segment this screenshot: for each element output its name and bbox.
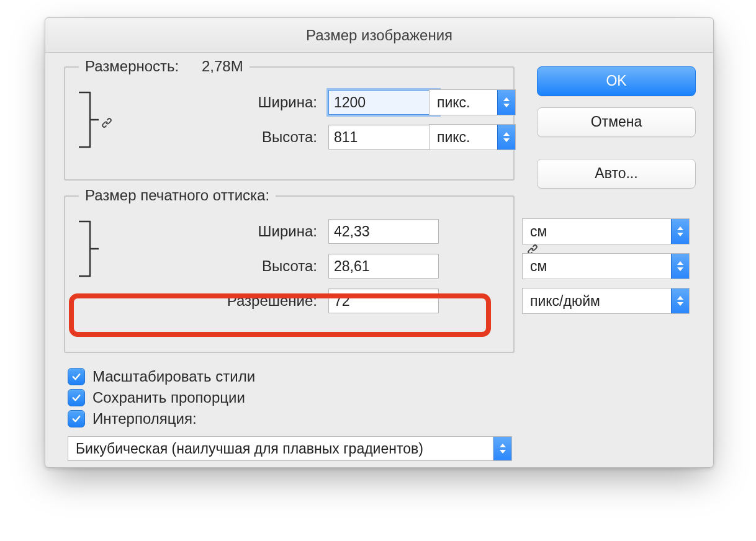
checkbox-checked-icon <box>68 410 85 427</box>
px-width-label: Ширина: <box>209 94 321 111</box>
px-width-unit-value: пикс. <box>437 94 470 111</box>
updown-arrows-icon <box>497 125 515 150</box>
link-bracket <box>78 220 202 277</box>
dialog-button-column: OK Отмена Авто... <box>537 66 695 210</box>
print-size-legend: Размер печатного оттиска: <box>79 187 276 204</box>
doc-width-unit-select[interactable]: см <box>522 218 690 244</box>
updown-arrows-icon <box>493 437 511 460</box>
doc-height-unit-select[interactable]: см <box>522 253 690 279</box>
pixel-dimensions-group: Размерность: 2,78M Ширина: 1200 пикс. <box>64 66 515 181</box>
doc-height-input[interactable]: 28,61 <box>328 254 439 279</box>
doc-height-label: Высота: <box>209 257 321 275</box>
doc-width-unit-value: см <box>530 223 547 240</box>
pixel-dimensions-legend: Размерность: 2,78M <box>79 58 250 75</box>
doc-height-unit-value: см <box>530 258 547 275</box>
doc-width-label: Ширина: <box>209 223 321 240</box>
image-size-dialog: Размер изображения OK Отмена Авто... Раз… <box>45 17 714 468</box>
scale-styles-label: Масштабировать стили <box>92 368 255 385</box>
updown-arrows-icon <box>671 288 689 313</box>
px-height-label: Высота: <box>209 128 321 146</box>
ok-button[interactable]: OK <box>537 66 696 96</box>
px-width-unit-select[interactable]: пикс. <box>429 89 516 115</box>
updown-arrows-icon <box>671 254 689 279</box>
pixel-dimensions-size-value: 2,78M <box>202 58 243 74</box>
resolution-unit-select[interactable]: пикс/дюйм <box>522 288 690 314</box>
auto-button[interactable]: Авто... <box>537 159 696 189</box>
chain-link-icon <box>99 115 115 131</box>
updown-arrows-icon <box>497 90 515 115</box>
constrain-proportions-label: Сохранить пропорции <box>92 389 245 406</box>
cancel-button[interactable]: Отмена <box>537 107 696 137</box>
checkbox-checked-icon <box>68 368 85 385</box>
link-bracket <box>78 91 202 148</box>
px-height-input[interactable]: 811 <box>328 125 439 150</box>
resample-method-value: Бикубическая (наилучшая для плавных град… <box>76 440 423 457</box>
print-size-group: Размер печатного оттиска: Ширина: 42,33 … <box>64 195 515 353</box>
px-height-unit-select[interactable]: пикс. <box>429 124 516 150</box>
px-height-unit-value: пикс. <box>437 129 470 146</box>
doc-width-input[interactable]: 42,33 <box>328 219 439 244</box>
resolution-input[interactable]: 72 <box>328 288 439 313</box>
scale-styles-option[interactable]: Масштабировать стили <box>68 368 695 385</box>
dialog-title: Размер изображения <box>45 18 713 53</box>
resolution-unit-value: пикс/дюйм <box>530 293 600 310</box>
constrain-proportions-option[interactable]: Сохранить пропорции <box>68 389 695 406</box>
checkbox-checked-icon <box>68 389 85 406</box>
px-width-input[interactable]: 1200 <box>328 90 439 115</box>
pixel-dimensions-legend-label: Размерность: <box>85 58 179 74</box>
resolution-label: Разрешение: <box>209 292 321 310</box>
resample-label: Интерполяция: <box>92 410 197 427</box>
updown-arrows-icon <box>671 219 689 244</box>
resample-option[interactable]: Интерполяция: <box>68 410 695 427</box>
resample-method-select[interactable]: Бикубическая (наилучшая для плавных град… <box>68 436 512 461</box>
